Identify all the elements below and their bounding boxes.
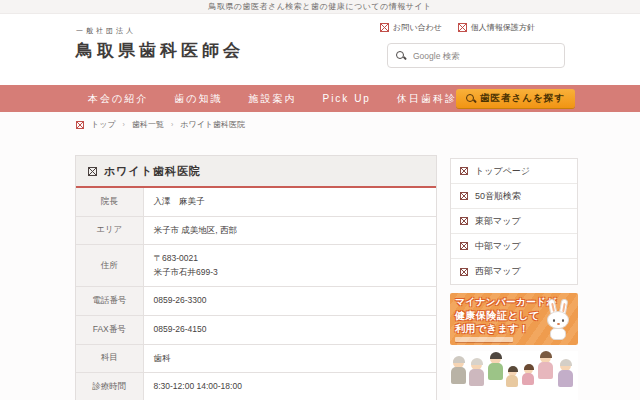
contact-link-label: お問い合わせ <box>393 22 442 33</box>
arrow-icon <box>460 167 468 175</box>
privacy-policy-link[interactable]: 個人情報保護方針 <box>458 22 535 33</box>
main-nav: 本会の紹介 歯の知識 施設案内 Pick Up 休日歯科診療 歯医者さんを探す <box>0 85 640 112</box>
rabbit-mascot-icon <box>544 299 574 341</box>
sidebar-item-label: トップページ <box>475 165 530 178</box>
mynumber-banner[interactable]: マイナンバーカードが 健康保険証として 利用できます！ <box>450 293 578 345</box>
banner-fineprint <box>455 337 513 342</box>
search-icon <box>396 51 406 61</box>
breadcrumb-clinic-list[interactable]: 歯科一覧 <box>132 119 164 130</box>
row-value: 入澤 麻美子 <box>143 188 436 216</box>
table-row: 診療時間 8:30-12:00 14:00-18:00 <box>76 373 436 400</box>
table-row: 電話番号 0859-26-3300 <box>76 287 436 316</box>
sidebar: トップページ 50音順検索 東部マップ 中部マップ 西部マップ マイナンバーカー… <box>450 158 578 400</box>
privacy-link-label: 個人情報保護方針 <box>471 22 535 33</box>
row-label: 科目 <box>76 344 143 373</box>
org-type: 一般社団法人 <box>76 26 244 36</box>
arrow-icon <box>460 192 468 200</box>
nav-item-about[interactable]: 本会の紹介 <box>88 92 148 106</box>
nav-item-facilities[interactable]: 施設案内 <box>248 92 296 106</box>
org-name: 鳥取県歯科医師会 <box>76 39 244 62</box>
row-label: 診療時間 <box>76 373 143 400</box>
banner-line-2: 健康保険証として <box>455 309 540 323</box>
sidebar-item-label: 西部マップ <box>475 265 521 278</box>
row-value: 歯科 <box>143 344 436 373</box>
breadcrumb-separator: › <box>171 121 173 128</box>
sidebar-item-label: 東部マップ <box>475 215 521 228</box>
breadcrumb-top[interactable]: トップ <box>91 119 116 130</box>
sidebar-item-central-map[interactable]: 中部マップ <box>451 234 577 259</box>
clinic-icon <box>88 167 97 176</box>
clinic-detail-table: 院長 入澤 麻美子 エリア 米子市 成美地区, 西部 住所 〒683-0021 … <box>76 188 436 400</box>
banner-line-1: マイナンバーカードが <box>455 296 557 309</box>
clinic-detail-card: ホワイト歯科医院 院長 入澤 麻美子 エリア 米子市 成美地区, 西部 住所 〒… <box>75 155 437 400</box>
mail-icon <box>380 23 389 32</box>
find-dentist-button[interactable]: 歯医者さんを探す <box>456 89 575 108</box>
table-row: エリア 米子市 成美地区, 西部 <box>76 216 436 245</box>
search-icon <box>466 94 476 104</box>
clinic-title-bar: ホワイト歯科医院 <box>76 156 436 188</box>
breadcrumb-current: ホワイト歯科医院 <box>180 119 245 130</box>
row-value: 米子市 成美地区, 西部 <box>143 216 436 245</box>
site-logo[interactable]: 一般社団法人 鳥取県歯科医師会 <box>76 26 244 62</box>
site-tagline-bar: 鳥取県の歯医者さん検索と歯の健康についての情報サイト <box>0 0 640 14</box>
row-label: FAX番号 <box>76 315 143 344</box>
clinic-title: ホワイト歯科医院 <box>104 164 201 179</box>
contact-link[interactable]: お問い合わせ <box>380 22 442 33</box>
row-label: エリア <box>76 216 143 245</box>
row-label: 院長 <box>76 188 143 216</box>
row-label: 電話番号 <box>76 287 143 316</box>
row-value: 〒683-0021 米子市石井699-3 <box>143 245 436 287</box>
nav-item-tooth-knowledge[interactable]: 歯の知識 <box>174 92 222 106</box>
row-value: 8:30-12:00 14:00-18:00 <box>143 373 436 400</box>
row-value: 0859-26-4150 <box>143 315 436 344</box>
arrow-icon <box>460 242 468 250</box>
sidebar-item-east-map[interactable]: 東部マップ <box>451 209 577 234</box>
home-icon <box>76 121 84 129</box>
page: 鳥取県の歯医者さん検索と歯の健康についての情報サイト 一般社団法人 鳥取県歯科医… <box>0 0 640 400</box>
search-input[interactable] <box>413 51 556 61</box>
google-search-box[interactable] <box>387 43 565 68</box>
header-utility-links: お問い合わせ 個人情報保護方針 <box>380 22 535 33</box>
lifestage-lecture-banner[interactable]: ライフステージ別 歯科保健講座 <box>450 351 578 400</box>
sidebar-item-west-map[interactable]: 西部マップ <box>451 259 577 284</box>
sidebar-item-label: 中部マップ <box>475 240 521 253</box>
breadcrumb-separator: › <box>123 121 125 128</box>
sidebar-item-syllabary-search[interactable]: 50音順検索 <box>451 184 577 209</box>
table-row: 院長 入澤 麻美子 <box>76 188 436 216</box>
sidebar-item-label: 50音順検索 <box>475 190 521 203</box>
nav-item-pickup[interactable]: Pick Up <box>322 93 370 104</box>
sidebar-menu: トップページ 50音順検索 東部マップ 中部マップ 西部マップ <box>450 158 578 285</box>
row-label: 住所 <box>76 245 143 287</box>
document-icon <box>458 23 467 32</box>
table-row: 科目 歯科 <box>76 344 436 373</box>
banner-line-3: 利用できます！ <box>455 322 529 336</box>
site-tagline: 鳥取県の歯医者さん検索と歯の健康についての情報サイト <box>208 1 431 12</box>
site-header: 一般社団法人 鳥取県歯科医師会 お問い合わせ 個人情報保護方針 <box>0 14 640 85</box>
arrow-icon <box>460 268 468 276</box>
arrow-icon <box>460 217 468 225</box>
breadcrumb: トップ › 歯科一覧 › ホワイト歯科医院 <box>76 119 245 130</box>
row-value: 0859-26-3300 <box>143 287 436 316</box>
sidebar-item-top-page[interactable]: トップページ <box>451 159 577 184</box>
table-row: 住所 〒683-0021 米子市石井699-3 <box>76 245 436 287</box>
table-row: FAX番号 0859-26-4150 <box>76 315 436 344</box>
find-dentist-label: 歯医者さんを探す <box>480 92 565 105</box>
